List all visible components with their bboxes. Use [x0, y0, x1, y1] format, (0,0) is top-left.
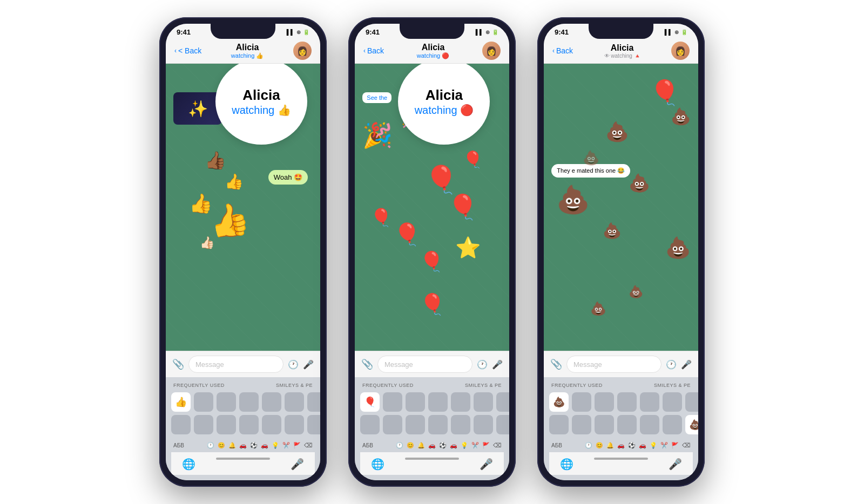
emoji-key-6b[interactable] — [474, 392, 493, 412]
emoji-key-11c[interactable] — [617, 415, 637, 434]
mic-icon-2[interactable]: 🎤 — [492, 359, 503, 370]
poop-small: 💩 — [583, 150, 599, 166]
emoji-key-5b[interactable] — [451, 392, 470, 412]
back-button-1[interactable]: ‹ < Back — [174, 46, 201, 55]
balloon-purple: 🎈 — [420, 250, 444, 273]
emoji-key-12b[interactable] — [451, 415, 470, 434]
emoji-key-8b[interactable] — [360, 415, 380, 434]
emoji-key-7[interactable] — [307, 392, 320, 412]
emoji-key-14b[interactable] — [496, 415, 509, 434]
woah-bubble-1: Woah 🤩 — [268, 170, 308, 185]
keyboard-icons-1: 🕐 😊 🔔 🚗 ⚽ 🚗 💡 ✂️ 🚩 ⌫ — [207, 442, 313, 449]
emoji-key-8c[interactable] — [549, 415, 569, 434]
emoji-key-12[interactable] — [262, 415, 281, 434]
chat-area-2: Alicia watching 🔴 See the 🎉 🎊 🎈 🎈 🎈 🎈 ⭐ … — [355, 64, 509, 351]
keyboard-header-1: FREQUENTLY USED SMILEYS & PE — [171, 383, 315, 388]
poop-5: 💩 — [665, 236, 691, 260]
star-balloon: ⭐ — [455, 236, 481, 260]
poop-1: 💩 — [605, 121, 629, 143]
avatar-3[interactable]: 👩 — [671, 42, 690, 60]
emoji-key-12c[interactable] — [640, 415, 659, 434]
emoji-key-3c[interactable] — [595, 392, 614, 412]
message-input-2[interactable]: Message — [377, 356, 473, 373]
emoji-key-2c[interactable] — [572, 392, 591, 412]
emoji-key-14[interactable] — [307, 415, 320, 434]
avatar-1[interactable]: 👩 — [293, 42, 312, 60]
emoji-grid-2: 🎈 — [360, 392, 504, 434]
emoji-key-13[interactable] — [285, 415, 304, 434]
keyboard-icons-3: 🕐 😊 🔔 🚗 ⚽ 🚗 💡 ✂️ 🚩 ⌫ — [585, 442, 691, 449]
emoji-key-thumb[interactable]: 👍 — [171, 392, 191, 412]
clock-icon-2[interactable]: 🕐 — [477, 359, 488, 370]
emoji-key-9c[interactable] — [572, 415, 591, 434]
delete-key-3[interactable]: ⌫ — [682, 442, 691, 449]
home-area-1: 🌐 🎤 — [171, 452, 315, 475]
see-them-bar[interactable]: See the — [362, 92, 392, 103]
phone-3-screen: 9:41 ▌▌ ⊕ 🔋 ‹ Back Alicia 👁 watching 🔺 — [544, 24, 698, 480]
delete-key-1[interactable]: ⌫ — [304, 442, 313, 449]
emoji-key-3[interactable] — [217, 392, 236, 412]
attachment-icon-2[interactable]: 📎 — [361, 358, 373, 370]
emoji-key-2[interactable] — [194, 392, 213, 412]
emoji-key-4b[interactable] — [428, 392, 448, 412]
attachment-icon-1[interactable]: 📎 — [172, 358, 184, 370]
mic-icon-1[interactable]: 🎤 — [303, 359, 314, 370]
emoji-key-4[interactable] — [239, 392, 259, 412]
message-input-3[interactable]: Message — [566, 356, 662, 373]
mic-bottom-2[interactable]: 🎤 — [480, 458, 493, 471]
emoji-key-poop[interactable]: 💩 — [549, 392, 569, 412]
globe-icon-2[interactable]: 🌐 — [371, 458, 384, 471]
emoji-key-10b[interactable] — [406, 415, 425, 434]
emoji-grid-1: 👍 — [171, 392, 315, 434]
emoji-key-4c[interactable] — [617, 392, 637, 412]
emoji-key-8[interactable] — [171, 415, 191, 434]
emoji-key-7b[interactable] — [496, 392, 509, 412]
emoji-key-7c[interactable] — [685, 392, 698, 412]
emoji-key-5[interactable] — [262, 392, 281, 412]
balloon-green: 🎈 — [370, 207, 392, 228]
emoji-key-13b[interactable] — [474, 415, 493, 434]
emoji-key-11b[interactable] — [428, 415, 448, 434]
back-button-3[interactable]: ‹ Back — [552, 46, 573, 55]
phone-2-screen: 9:41 ▌▌ ⊕ 🔋 ‹ Back Alicia watching 🔴 — [355, 24, 509, 480]
mic-bottom-1[interactable]: 🎤 — [291, 458, 304, 471]
globe-icon-1[interactable]: 🌐 — [182, 458, 195, 471]
nav-title-2: Alicia watching 🔴 — [417, 43, 449, 59]
clock-icon-1[interactable]: 🕐 — [288, 359, 299, 370]
poop-4: 💩 — [603, 222, 622, 240]
mic-bottom-3[interactable]: 🎤 — [669, 458, 682, 471]
clock-icon-3[interactable]: 🕐 — [666, 359, 677, 370]
emoji-key-11[interactable] — [239, 415, 259, 434]
back-button-2[interactable]: ‹ Back — [363, 46, 384, 55]
emoji-key-10[interactable] — [217, 415, 236, 434]
emoji-key-balloon[interactable]: 🎈 — [360, 392, 380, 412]
emoji-key-10c[interactable] — [595, 415, 614, 434]
emoji-key-9b[interactable] — [383, 415, 402, 434]
mic-icon-3[interactable]: 🎤 — [681, 359, 692, 370]
emoji-grid-3: 💩 💩 — [549, 392, 693, 434]
poop-3: 💩 — [629, 173, 650, 193]
emoji-key-9[interactable] — [194, 415, 213, 434]
emoji-key-3b[interactable] — [406, 392, 425, 412]
message-input-1[interactable]: Message — [188, 356, 284, 373]
message-bar-1: 📎 Message 🕐 🎤 — [166, 351, 320, 377]
nav-title-1: Alicia watching 👍 — [231, 43, 264, 59]
delete-key-2[interactable]: ⌫ — [493, 442, 502, 449]
emoji-key-6c[interactable] — [663, 392, 682, 412]
emoji-key-13c[interactable] — [663, 415, 682, 434]
nav-bar-2: ‹ Back Alicia watching 🔴 👩 — [355, 38, 509, 64]
attachment-icon-3[interactable]: 📎 — [550, 358, 562, 370]
emoji-keyboard-2: FREQUENTLY USED SMILEYS & PE 🎈 — [355, 377, 509, 480]
chat-area-1: Alicia watching 👍 ✨ 👍🏾 👍 👍 👍 👍🏻 👍 Woah 🤩 — [166, 64, 320, 351]
emoji-key-5c[interactable] — [640, 392, 659, 412]
notch-2 — [400, 24, 464, 39]
emoji-key-2b[interactable] — [383, 392, 402, 412]
balloon-red-top: 🎈 — [463, 150, 483, 169]
avatar-2[interactable]: 👩 — [482, 42, 501, 60]
emoji-key-6[interactable] — [285, 392, 304, 412]
globe-icon-3[interactable]: 🌐 — [560, 458, 573, 471]
poop-2: 💩 — [671, 107, 691, 126]
time-3: 9:41 — [555, 28, 569, 36]
emoji-key-poop-selected[interactable]: 💩 — [685, 415, 698, 434]
emoji-thumb-big: 👍 — [206, 198, 252, 243]
